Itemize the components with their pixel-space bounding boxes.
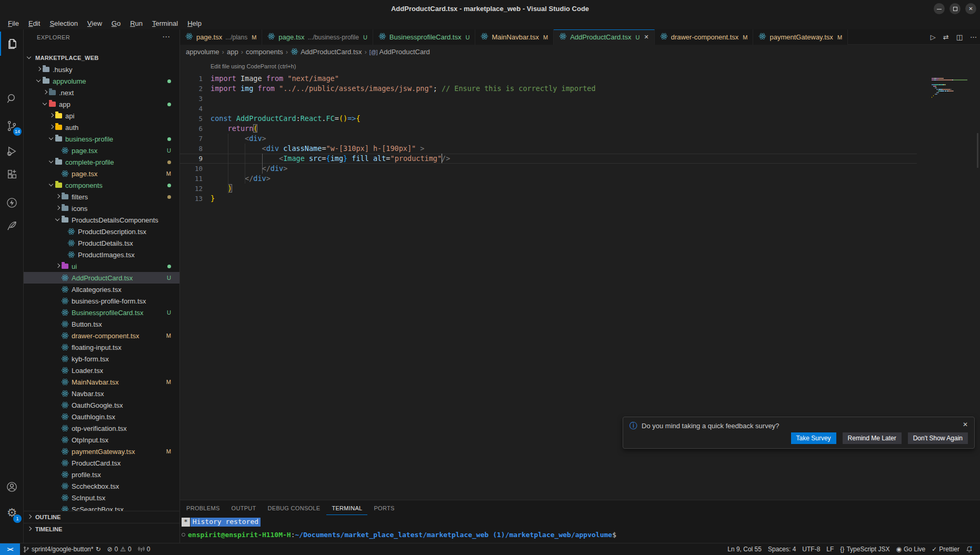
panel-tab[interactable]: PROBLEMS: [181, 502, 225, 515]
dont-show-again-button[interactable]: Don't Show Again: [908, 432, 968, 444]
git-branch[interactable]: sprint4/google-button*↻: [20, 543, 104, 555]
terminal-prompt[interactable]: enspirit@enspirit-H110M-H : ~/Documents/…: [182, 531, 616, 539]
tree-row[interactable]: page.tsx M: [24, 168, 179, 179]
encoding[interactable]: UTF-8: [799, 543, 823, 555]
menu-item[interactable]: Selection: [45, 18, 82, 28]
panel-tab[interactable]: PORTS: [368, 502, 399, 515]
settings-button[interactable]: ⚙ 1: [0, 501, 24, 525]
tree-row[interactable]: api: [24, 110, 179, 122]
explorer-workspace-section[interactable]: MARKETPLACE_WEB: [24, 52, 179, 64]
editor-tab[interactable]: page.tsx .../plans M: [180, 29, 262, 45]
code-line-4[interactable]: 4: [180, 104, 980, 114]
menu-item[interactable]: Terminal: [147, 18, 183, 28]
scrollbar-decoration[interactable]: [977, 133, 978, 168]
tree-row[interactable]: appvolume: [24, 75, 179, 87]
tree-row[interactable]: Sccheckbox.tsx: [24, 480, 179, 492]
code-line-13[interactable]: 13}: [180, 194, 980, 204]
minimize-button[interactable]: [934, 3, 945, 14]
go-live[interactable]: ◉Go Live: [893, 543, 928, 555]
eol[interactable]: LF: [823, 543, 837, 555]
tree-row[interactable]: MainNavbar.tsx M: [24, 376, 179, 388]
tree-row[interactable]: Allcategories.tsx: [24, 284, 179, 295]
tree-row[interactable]: floating-input.tsx: [24, 341, 179, 353]
tree-row[interactable]: Oauthlogin.tsx: [24, 411, 179, 422]
minimap[interactable]: [932, 78, 973, 136]
remote-indicator[interactable]: ><: [0, 543, 20, 555]
tree-row[interactable]: ScInput.tsx: [24, 492, 179, 503]
tab-close-icon[interactable]: ✕: [644, 34, 648, 41]
menu-item[interactable]: File: [3, 18, 24, 28]
code-line-10[interactable]: 10 </div>: [180, 164, 980, 174]
tree-row[interactable]: app: [24, 98, 179, 110]
tree-row[interactable]: Navbar.tsx: [24, 388, 179, 399]
close-button[interactable]: ✕: [965, 3, 976, 14]
tree-row[interactable]: ui: [24, 260, 179, 272]
editor-tab[interactable]: AddProductCard.tsx U ✕: [554, 29, 655, 45]
tree-row[interactable]: paymentGateway.tsx M: [24, 446, 179, 457]
prettier[interactable]: ✓Prettier: [928, 543, 963, 555]
menu-item[interactable]: Help: [183, 18, 206, 28]
tree-row[interactable]: business-profile: [24, 133, 179, 145]
tree-row[interactable]: drawer-component.tsx M: [24, 330, 179, 341]
explorer-more-actions-button[interactable]: ⋯: [162, 29, 170, 45]
menu-item[interactable]: Edit: [24, 18, 45, 28]
timeline-section[interactable]: TIMELINE: [24, 523, 179, 535]
sidebar-item-thunder-client[interactable]: [0, 190, 24, 215]
tree-row[interactable]: page.tsx U: [24, 145, 179, 156]
tree-row[interactable]: icons: [24, 203, 179, 214]
tree-row[interactable]: otp-verification.tsx: [24, 422, 179, 434]
remind-me-later-button[interactable]: Remind Me Later: [843, 432, 902, 444]
panel-tab[interactable]: DEBUG CONSOLE: [263, 502, 326, 515]
tree-row[interactable]: components: [24, 179, 179, 191]
tree-row[interactable]: ProductsDetailsComponents: [24, 214, 179, 226]
code-line-3[interactable]: 3: [180, 94, 980, 104]
maximize-button[interactable]: [949, 3, 961, 14]
tree-row[interactable]: OtpInput.tsx: [24, 434, 179, 446]
cursor-position[interactable]: Ln 9, Col 55: [724, 543, 765, 555]
sidebar-item-codeparrot[interactable]: [0, 214, 24, 238]
tree-row[interactable]: AddProductCard.tsx U: [24, 272, 179, 284]
code-line-12[interactable]: 12 ): [180, 184, 980, 194]
notifications-bell[interactable]: [963, 543, 976, 555]
editor-tab[interactable]: page.tsx .../business-profile U: [262, 29, 373, 45]
tree-row[interactable]: kyb-form.tsx: [24, 353, 179, 365]
menu-item[interactable]: View: [83, 18, 107, 28]
code-line-11[interactable]: 11 </div>: [180, 174, 980, 184]
sidebar-item-explorer[interactable]: [0, 32, 24, 56]
tree-row[interactable]: auth: [24, 122, 179, 133]
take-survey-button[interactable]: Take Survey: [791, 432, 836, 444]
breadcrumb-item[interactable]: appvolume: [186, 48, 219, 56]
notification-close-icon[interactable]: ✕: [963, 421, 968, 428]
codelens-hint[interactable]: Edit file using CodeParrot (ctrl+h): [211, 63, 296, 69]
breadcrumb-item[interactable]: components: [246, 48, 283, 56]
code-line-2[interactable]: 2import img from "../../public/assets/im…: [180, 84, 980, 94]
split-editor-button[interactable]: ◫: [956, 33, 963, 41]
tree-row[interactable]: ProductDescription.tsx: [24, 226, 179, 237]
tree-row[interactable]: filters: [24, 191, 179, 203]
indentation[interactable]: Spaces: 4: [765, 543, 799, 555]
tree-row[interactable]: BusinessprofileCard.tsx U: [24, 307, 179, 318]
tree-row[interactable]: ProductDetails.tsx: [24, 237, 179, 249]
accounts-button[interactable]: [0, 475, 24, 499]
tree-row[interactable]: business-profile-form.tsx: [24, 295, 179, 307]
code-line-7[interactable]: 7 <div>: [180, 134, 980, 144]
code-line-5[interactable]: 5const AddProductCard:React.FC=()=>{: [180, 114, 980, 124]
open-changes-button[interactable]: ⇄: [943, 33, 949, 41]
language-mode[interactable]: {}TypeScript JSX: [837, 543, 893, 555]
menu-item[interactable]: Go: [107, 18, 125, 28]
editor-tab[interactable]: BusinessprofileCard.tsx U: [373, 29, 476, 45]
tree-row[interactable]: ProductCard.tsx: [24, 457, 179, 469]
tree-row[interactable]: ProductImages.tsx: [24, 249, 179, 260]
editor-tab[interactable]: MainNavbar.tsx M: [475, 29, 554, 45]
tree-row[interactable]: profile.tsx: [24, 469, 179, 480]
more-actions-button[interactable]: ⋯: [970, 33, 977, 41]
tree-row[interactable]: OauthGoogle.tsx: [24, 399, 179, 411]
code-line-1[interactable]: 1import Image from "next/image": [180, 74, 980, 84]
editor-tab[interactable]: drawer-component.tsx M: [655, 29, 754, 45]
sidebar-item-extensions[interactable]: [0, 163, 24, 187]
code-line-9[interactable]: 9 <Image src={img} fill alt="productimg"…: [180, 154, 980, 164]
tree-row[interactable]: complete-profile: [24, 156, 179, 168]
tree-row[interactable]: .husky: [24, 64, 179, 75]
sidebar-item-source-control[interactable]: 14: [0, 114, 24, 138]
editor-tab[interactable]: paymentGateway.tsx M: [753, 29, 848, 45]
